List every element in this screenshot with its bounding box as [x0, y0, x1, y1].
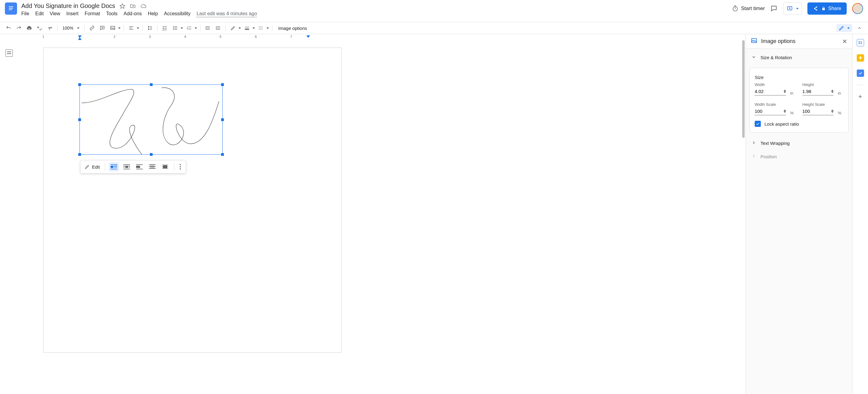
chevron-down-icon[interactable] [252, 27, 255, 29]
size-rotation-accordion[interactable]: Size & Rotation [746, 51, 852, 64]
vertical-scrollbar[interactable] [741, 34, 746, 394]
spellcheck-button[interactable] [35, 24, 44, 32]
border-weight-button[interactable] [243, 24, 251, 32]
docs-app-icon[interactable] [5, 2, 17, 15]
menu-edit[interactable]: Edit [35, 11, 44, 17]
share-button[interactable]: Share [807, 2, 847, 15]
behind-text-button[interactable] [147, 162, 157, 171]
document-page[interactable]: Edit [43, 48, 342, 353]
wrap-layout-button[interactable] [122, 162, 132, 171]
unit-label: % [838, 111, 843, 115]
chevron-down-icon[interactable] [267, 27, 269, 29]
menu-format[interactable]: Format [85, 11, 100, 17]
unit-label: % [790, 111, 796, 115]
menu-file[interactable]: File [21, 11, 29, 17]
print-button[interactable] [25, 24, 33, 32]
menu-addons[interactable]: Add-ons [124, 11, 142, 17]
height-scale-stepper[interactable] [831, 110, 834, 113]
insert-image-button[interactable] [108, 24, 117, 32]
resize-handle[interactable] [150, 153, 153, 156]
increase-indent-button[interactable] [214, 24, 222, 32]
line-spacing-button[interactable] [146, 24, 154, 32]
text-wrapping-accordion[interactable]: Text Wrapping [746, 136, 852, 150]
insert-link-button[interactable] [88, 24, 96, 32]
lock-aspect-checkbox[interactable] [755, 121, 761, 127]
checklist-button[interactable] [160, 24, 169, 32]
border-dash-button[interactable] [257, 24, 265, 32]
zoom-dropdown[interactable]: 100% [61, 26, 81, 30]
left-indent-marker[interactable] [78, 37, 82, 40]
move-folder-icon[interactable] [130, 3, 136, 9]
paint-format-button[interactable] [46, 24, 54, 32]
calendar-app-icon[interactable]: 31 [857, 39, 864, 46]
more-options-button[interactable] [178, 164, 183, 170]
redo-button[interactable] [14, 24, 23, 32]
document-title[interactable]: Add You Signature in Google Docs [21, 2, 115, 9]
resize-handle[interactable] [221, 153, 224, 156]
menu-view[interactable]: View [50, 11, 60, 17]
collapse-toolbar-button[interactable] [855, 24, 864, 32]
document-outline-button[interactable] [5, 49, 13, 57]
svg-rect-36 [162, 164, 168, 165]
height-stepper[interactable] [831, 90, 834, 93]
inline-layout-button[interactable] [109, 162, 119, 171]
share-label: Share [828, 6, 841, 11]
chevron-right-icon [751, 140, 756, 146]
height-input[interactable] [803, 87, 821, 95]
chevron-down-icon[interactable] [137, 27, 139, 29]
add-addon-button[interactable]: + [857, 93, 864, 100]
chevron-down-icon[interactable] [118, 27, 121, 29]
tasks-app-icon[interactable] [857, 69, 864, 77]
chevron-down-icon[interactable] [181, 27, 183, 29]
add-comment-button[interactable] [98, 24, 106, 32]
width-input[interactable] [755, 87, 773, 95]
svg-point-4 [733, 7, 738, 11]
star-icon[interactable] [119, 3, 125, 9]
account-avatar[interactable] [852, 3, 863, 14]
width-stepper[interactable] [784, 90, 786, 93]
bulleted-list-button[interactable] [171, 24, 179, 32]
menu-help[interactable]: Help [148, 11, 158, 17]
resize-handle[interactable] [78, 83, 81, 86]
resize-handle[interactable] [221, 83, 224, 86]
menu-accessibility[interactable]: Accessibility [164, 11, 190, 17]
svg-rect-20 [114, 167, 117, 167]
menu-tools[interactable]: Tools [106, 11, 117, 17]
editing-mode-button[interactable] [836, 24, 852, 32]
start-timer-button[interactable]: Start timer [732, 5, 765, 12]
keep-app-icon[interactable] [857, 54, 864, 62]
width-scale-stepper[interactable] [784, 110, 786, 113]
border-color-button[interactable] [229, 24, 237, 32]
height-scale-input[interactable] [803, 107, 821, 115]
comments-history-icon[interactable] [770, 5, 778, 12]
last-edit-link[interactable]: Last edit was 4 minutes ago [196, 11, 257, 17]
image-options-button[interactable]: Image options [275, 26, 310, 31]
width-scale-input[interactable] [755, 107, 773, 115]
align-button[interactable] [127, 24, 135, 32]
edit-image-button[interactable]: Edit [84, 164, 101, 170]
right-indent-marker[interactable] [306, 35, 310, 38]
resize-handle[interactable] [78, 153, 81, 156]
decrease-indent-button[interactable] [204, 24, 212, 32]
menu-insert[interactable]: Insert [66, 11, 79, 17]
break-layout-button[interactable] [134, 162, 145, 171]
title-bar: Add You Signature in Google Docs File Ed… [0, 0, 868, 22]
numbered-list-button[interactable] [185, 24, 193, 32]
chevron-down-icon[interactable] [239, 27, 241, 29]
chevron-down-icon[interactable] [195, 27, 197, 29]
toolbar: 100% Image options [0, 22, 868, 34]
height-scale-label: Height Scale [803, 102, 844, 107]
front-text-button[interactable] [160, 162, 170, 171]
present-dropdown-button[interactable] [783, 2, 802, 15]
panel-title: Image options [761, 38, 796, 45]
chevron-down-icon [77, 27, 80, 29]
horizontal-ruler[interactable]: 1 1 2 3 4 5 6 7 [18, 34, 741, 40]
close-panel-button[interactable]: ✕ [842, 38, 847, 45]
resize-handle[interactable] [78, 118, 81, 121]
selected-image[interactable] [80, 84, 223, 154]
resize-handle[interactable] [221, 118, 224, 121]
svg-rect-21 [111, 169, 117, 169]
undo-button[interactable] [4, 24, 13, 32]
cloud-status-icon[interactable] [140, 3, 147, 9]
resize-handle[interactable] [150, 83, 153, 86]
